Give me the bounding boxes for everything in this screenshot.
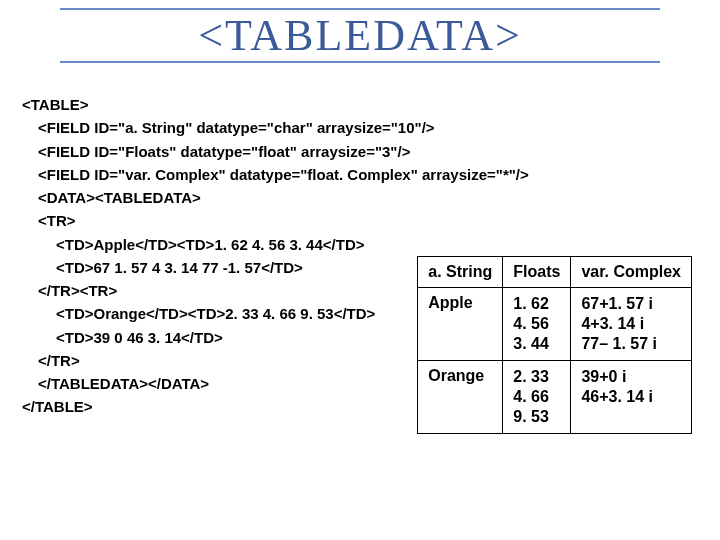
code-line: <TR>	[22, 209, 698, 232]
code-line: <TABLE>	[22, 93, 698, 116]
code-line: <TD>Apple</TD><TD>1. 62 4. 56 3. 44</TD>	[22, 233, 698, 256]
cell: 2. 33 4. 66 9. 53	[503, 361, 571, 434]
example-table: a. String Floats var. Complex Apple 1. 6…	[417, 256, 692, 434]
table-row: Orange 2. 33 4. 66 9. 53 39+0 i 46+3. 14…	[418, 361, 692, 434]
col-header: var. Complex	[571, 257, 692, 288]
slide-title: <TABLEDATA>	[194, 10, 526, 61]
table-row: Apple 1. 62 4. 56 3. 44 67+1. 57 i 4+3. …	[418, 288, 692, 361]
title-rule-bottom	[60, 61, 660, 63]
col-header: Floats	[503, 257, 571, 288]
code-line: <FIELD ID="a. String" datatype="char" ar…	[22, 116, 698, 139]
code-line: <FIELD ID="Floats" datatype="float" arra…	[22, 140, 698, 163]
col-header: a. String	[418, 257, 503, 288]
cell: 67+1. 57 i 4+3. 14 i 77– 1. 57 i	[571, 288, 692, 361]
cell: 1. 62 4. 56 3. 44	[503, 288, 571, 361]
cell: 39+0 i 46+3. 14 i	[571, 361, 692, 434]
cell: Apple	[418, 288, 503, 361]
code-line: <FIELD ID="var. Complex" datatype="float…	[22, 163, 698, 186]
cell: Orange	[418, 361, 503, 434]
title-wrap: <TABLEDATA>	[60, 8, 660, 63]
table-header-row: a. String Floats var. Complex	[418, 257, 692, 288]
code-line: <DATA><TABLEDATA>	[22, 186, 698, 209]
